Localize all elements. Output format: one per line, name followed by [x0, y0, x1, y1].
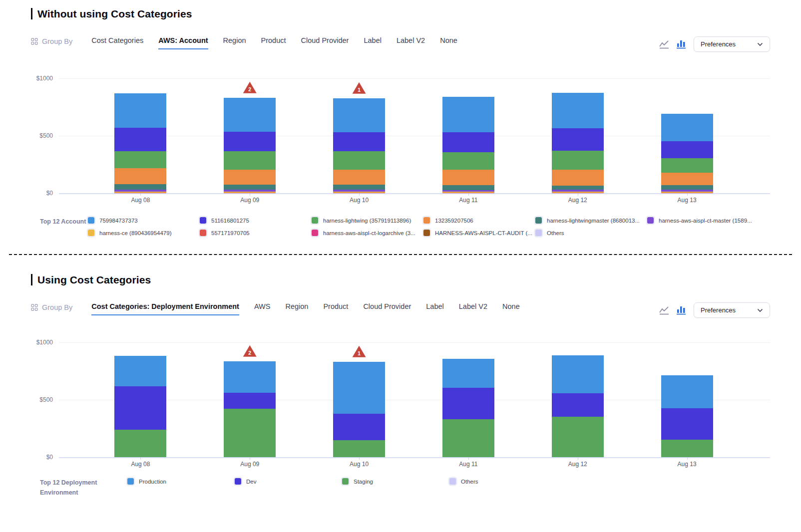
bar-chart-icon[interactable] [676, 305, 686, 315]
tab-label-v2[interactable]: Label V2 [397, 36, 425, 49]
bar-segment-production[interactable] [661, 375, 713, 408]
bar-segment-132359207506[interactable] [442, 170, 494, 185]
tab-label-v2[interactable]: Label V2 [459, 302, 487, 315]
tab-cost-categories[interactable]: Cost Categories [91, 36, 143, 49]
tab-cost-categories-deployment-environment[interactable]: Cost Categories: Deployment Environment [91, 302, 239, 315]
legend-item-dev[interactable]: Dev [235, 478, 342, 485]
tab-none[interactable]: None [440, 36, 457, 49]
bar-segment-production[interactable] [442, 359, 494, 388]
stacked-bar-aug-10[interactable] [333, 98, 385, 193]
bar-segment-759984737373[interactable] [442, 97, 494, 132]
tab-cloud-provider[interactable]: Cloud Provider [301, 36, 349, 49]
tab-label[interactable]: Label [364, 36, 381, 49]
bar-segment-511616801275[interactable] [224, 132, 276, 151]
legend-item-harness-aws-aispl-ct-logarchive-3[interactable]: harness-aws-aispl-ct-logarchive (3... [312, 230, 423, 236]
bar-segment-759984737373[interactable] [333, 98, 385, 132]
bar-segment-staging[interactable] [114, 430, 166, 457]
legend-item-harness-ce-890436954479[interactable]: harness-ce (890436954479) [88, 230, 200, 236]
bar-segment-132359207506[interactable] [552, 170, 604, 186]
bar-segment-harness-lightwing-357919113896[interactable] [442, 152, 494, 170]
preferences-dropdown[interactable]: Preferences [694, 302, 770, 318]
stacked-bar-aug-12[interactable] [552, 93, 604, 193]
stacked-bar-aug-11[interactable] [442, 359, 494, 457]
bar-segment-dev[interactable] [224, 393, 276, 409]
bar-segment-harness-lightwingmaster-8680013[interactable] [224, 185, 276, 190]
bar-segment-511616801275[interactable] [661, 141, 713, 158]
bar-segment-759984737373[interactable] [552, 93, 604, 128]
anomaly-badge[interactable]: 1 [353, 346, 366, 357]
bar-segment-759984737373[interactable] [224, 98, 276, 132]
tab-none[interactable]: None [502, 302, 520, 315]
legend-item-harness-aws-aispl-ct-master-1589[interactable]: harness-aws-aispl-ct-master (1589... [647, 217, 759, 224]
bar-segment-harness-lightwingmaster-8680013[interactable] [661, 185, 713, 190]
bar-segment-dev[interactable] [552, 393, 604, 417]
bar-segment-dev[interactable] [661, 408, 713, 440]
stacked-bar-aug-13[interactable] [661, 375, 713, 457]
tab-aws[interactable]: AWS [254, 302, 271, 315]
tab-cloud-provider[interactable]: Cloud Provider [363, 302, 411, 315]
bar-segment-harness-lightwing-357919113896[interactable] [114, 151, 166, 168]
tab-region[interactable]: Region [223, 36, 246, 49]
legend-item-132359207506[interactable]: 132359207506 [423, 217, 535, 224]
tab-label[interactable]: Label [426, 302, 443, 315]
bar-segment-production[interactable] [552, 355, 604, 393]
stacked-bar-aug-08[interactable] [114, 356, 166, 457]
stacked-bar-aug-13[interactable] [661, 114, 713, 194]
legend-item-others[interactable]: Others [449, 478, 557, 485]
legend-item-511616801275[interactable]: 511616801275 [200, 217, 312, 224]
bar-segment-dev[interactable] [333, 414, 385, 440]
legend-item-staging[interactable]: Staging [342, 478, 449, 485]
bar-segment-staging[interactable] [552, 417, 604, 457]
bar-segment-511616801275[interactable] [114, 128, 166, 151]
bar-segment-production[interactable] [114, 356, 166, 386]
legend-item-production[interactable]: Production [127, 478, 235, 485]
bar-chart-icon[interactable] [676, 39, 686, 49]
preferences-dropdown[interactable]: Preferences [694, 36, 770, 52]
bar-segment-511616801275[interactable] [442, 132, 494, 152]
bar-segment-harness-lightwingmaster-8680013[interactable] [442, 185, 494, 190]
bar-segment-511616801275[interactable] [333, 132, 385, 151]
line-chart-icon[interactable] [659, 306, 670, 315]
anomaly-badge[interactable]: 2 [243, 345, 257, 357]
tab-aws-account[interactable]: AWS: Account [158, 36, 208, 49]
bar-segment-dev[interactable] [442, 388, 494, 419]
bar-segment-harness-lightwingmaster-8680013[interactable] [333, 185, 385, 190]
tab-region[interactable]: Region [285, 302, 308, 315]
bar-segment-harness-lightwingmaster-8680013[interactable] [114, 184, 166, 189]
bar-segment-staging[interactable] [224, 409, 276, 458]
stacked-bar-aug-09[interactable] [224, 98, 276, 193]
bar-segment-production[interactable] [333, 362, 385, 414]
bar-segment-harness-lightwingmaster-8680013[interactable] [552, 186, 604, 190]
stacked-bar-aug-12[interactable] [552, 355, 604, 457]
bar-segment-staging[interactable] [442, 419, 494, 457]
legend-item-harness-lightwing-357919113896[interactable]: harness-lightwing (357919113896) [312, 217, 423, 224]
bar-segment-132359207506[interactable] [224, 170, 276, 185]
bar-segment-132359207506[interactable] [661, 173, 713, 185]
stacked-bar-aug-10[interactable] [333, 362, 385, 457]
bar-segment-dev[interactable] [114, 386, 166, 430]
tab-product[interactable]: Product [323, 302, 348, 315]
bar-segment-production[interactable] [224, 361, 276, 393]
tab-product[interactable]: Product [261, 36, 286, 49]
bar-segment-harness-lightwing-357919113896[interactable] [333, 151, 385, 170]
stacked-bar-aug-08[interactable] [114, 93, 166, 193]
bar-segment-132359207506[interactable] [333, 170, 385, 185]
anomaly-badge[interactable]: 2 [243, 82, 257, 93]
legend-item-harness-lightwingmaster-8680013[interactable]: harness-lightwingmaster (8680013... [535, 217, 647, 224]
bar-segment-132359207506[interactable] [114, 168, 166, 185]
stacked-bar-aug-11[interactable] [442, 97, 494, 193]
bar-segment-harness-lightwing-357919113896[interactable] [224, 151, 276, 169]
legend-item-others[interactable]: Others [535, 230, 647, 236]
bar-segment-staging[interactable] [661, 440, 713, 458]
bar-segment-harness-lightwing-357919113896[interactable] [552, 151, 604, 170]
stacked-bar-aug-09[interactable] [224, 361, 276, 457]
anomaly-badge[interactable]: 1 [353, 82, 366, 94]
bar-segment-759984737373[interactable] [114, 93, 166, 128]
legend-item-557171970705[interactable]: 557171970705 [200, 230, 312, 236]
legend-item-759984737373[interactable]: 759984737373 [88, 217, 200, 224]
line-chart-icon[interactable] [659, 40, 670, 49]
bar-segment-759984737373[interactable] [661, 114, 713, 142]
bar-segment-511616801275[interactable] [552, 128, 604, 151]
bar-segment-staging[interactable] [333, 440, 385, 458]
legend-item-harness-aws-aispl-ct-audit[interactable]: HARNESS-AWS-AISPL-CT-AUDIT (... [423, 230, 535, 236]
